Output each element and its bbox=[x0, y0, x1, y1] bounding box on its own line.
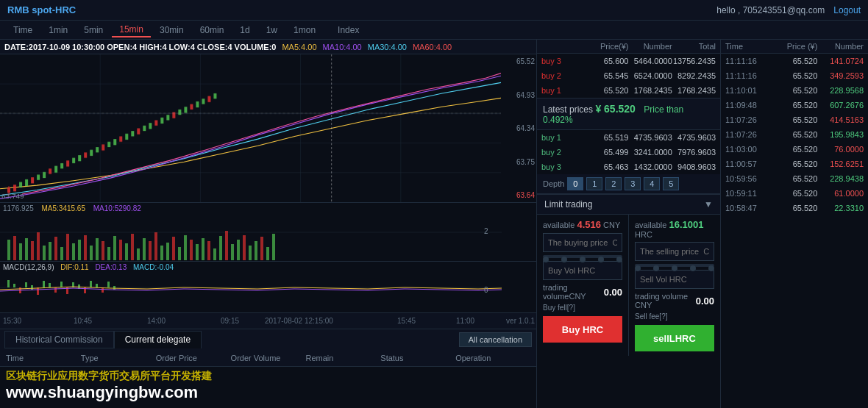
all-cancellation-button[interactable]: All cancellation bbox=[459, 332, 532, 347]
time-label-6: 15:45 bbox=[397, 317, 416, 325]
buy-slider-dot-4 bbox=[598, 257, 604, 262]
sell-fee-info: Sell fee[?] bbox=[635, 312, 714, 321]
chart-info-bar: DATE:2017-10-09 10:30:00 OPEN:4 HIGH:4 L… bbox=[0, 40, 536, 54]
tab-15min[interactable]: 15min bbox=[112, 23, 151, 37]
svg-rect-10 bbox=[13, 185, 16, 191]
sell-fee-row: trading volume CNY 0.00 bbox=[635, 292, 714, 309]
ob-col-total: Total bbox=[672, 42, 716, 51]
svg-rect-104 bbox=[43, 281, 45, 287]
buy-price-1: 65.519 bbox=[585, 133, 628, 142]
th-price: 65.520 bbox=[772, 115, 818, 124]
th-col-time: Time bbox=[725, 42, 772, 51]
depth-btn-1[interactable]: 1 bbox=[586, 177, 602, 190]
tab-30min[interactable]: 30min bbox=[152, 24, 191, 37]
trade-history-row: 11:11:16 65.520 141.0724 bbox=[721, 54, 868, 68]
buy-slider-dot-5 bbox=[616, 257, 622, 262]
sell-row-2: buy 2 65.545 6524.0000 8292.2435 bbox=[537, 68, 720, 83]
th-price: 65.520 bbox=[772, 160, 818, 168]
sell-button[interactable]: sellLHRC bbox=[635, 325, 714, 351]
top-bar-right: hello , 705243551@qq.com Logout bbox=[716, 5, 861, 15]
svg-rect-68 bbox=[113, 236, 116, 260]
tab-60min[interactable]: 60min bbox=[193, 24, 232, 37]
depth-btn-0[interactable]: 0 bbox=[567, 177, 583, 190]
buy-label-2: buy 2 bbox=[541, 148, 585, 157]
buy-number-2: 3241.0000 bbox=[629, 148, 672, 157]
chart-date-info: DATE:2017-10-09 10:30:00 OPEN:4 HIGH:4 L… bbox=[4, 43, 276, 51]
depth-btn-5[interactable]: 5 bbox=[663, 177, 679, 190]
trade-history-row: 11:09:48 65.520 607.2676 bbox=[721, 98, 868, 112]
logout-button[interactable]: Logout bbox=[833, 5, 861, 15]
chart-canvas: 63.749 65.52 64.93 64.34 63.75 63.64 bbox=[0, 54, 536, 202]
buy-slider-track[interactable] bbox=[543, 255, 622, 258]
svg-rect-113 bbox=[96, 284, 98, 287]
svg-rect-22 bbox=[84, 152, 87, 157]
vol-ma5: MA5:3415.65 bbox=[42, 204, 86, 212]
sell-price-input[interactable] bbox=[635, 242, 714, 261]
th-time: 11:10:01 bbox=[725, 86, 772, 95]
time-label-4: 09:15 bbox=[221, 317, 239, 325]
svg-rect-24 bbox=[96, 147, 99, 152]
ob-col-empty bbox=[541, 42, 585, 51]
svg-rect-98 bbox=[7, 280, 10, 287]
buy-slider-row bbox=[543, 255, 622, 258]
svg-rect-75 bbox=[154, 232, 157, 260]
depth-btn-3[interactable]: 3 bbox=[625, 177, 641, 190]
tab-1min[interactable]: 1min bbox=[41, 24, 75, 37]
svg-rect-81 bbox=[190, 240, 193, 260]
svg-rect-39 bbox=[184, 107, 187, 112]
sell-fee-label: trading volume CNY bbox=[635, 292, 696, 309]
volume-value: 1176.925 bbox=[3, 204, 34, 212]
th-number: 607.2676 bbox=[817, 101, 864, 110]
trade-history-row: 10:58:47 65.520 22.3310 bbox=[721, 201, 868, 215]
svg-rect-34 bbox=[154, 121, 157, 126]
sell-slider-dot-5 bbox=[708, 265, 714, 271]
tab-current-delegate[interactable]: Current delegate bbox=[114, 331, 202, 348]
depth-btn-2[interactable]: 2 bbox=[605, 177, 622, 190]
th-time: 10:58:47 bbox=[725, 204, 772, 212]
svg-rect-54 bbox=[31, 241, 34, 260]
depth-btn-4[interactable]: 4 bbox=[644, 177, 660, 190]
chart-ma30: MA30:4.00 bbox=[368, 43, 407, 51]
sell-slider-track[interactable] bbox=[635, 264, 714, 267]
delegate-table-header: Time Type Order Price Order Volume Remai… bbox=[0, 349, 536, 367]
col-status: Status bbox=[380, 354, 455, 362]
trade-history-row: 11:03:00 65.520 76.0000 bbox=[721, 142, 868, 157]
trade-history-row: 11:11:16 65.520 349.2593 bbox=[721, 68, 868, 83]
top-bar: RMB spot-HRC hello , 705243551@qq.com Lo… bbox=[0, 0, 868, 21]
svg-rect-116 bbox=[113, 286, 115, 290]
tab-index[interactable]: Index bbox=[330, 24, 366, 37]
time-label-5: 2017-08-02 12:15:00 bbox=[265, 317, 333, 325]
svg-rect-35 bbox=[160, 118, 163, 124]
col-order-volume: Order Volume bbox=[231, 354, 306, 362]
th-price: 65.520 bbox=[772, 145, 818, 154]
buy-price-input[interactable] bbox=[543, 233, 622, 252]
tab-5min[interactable]: 5min bbox=[77, 24, 110, 37]
svg-rect-56 bbox=[43, 246, 46, 260]
tab-time[interactable]: Time bbox=[6, 24, 40, 37]
svg-rect-38 bbox=[178, 110, 181, 115]
col-order-price: Order Price bbox=[156, 354, 231, 362]
trade-history-row: 11:10:01 65.520 228.9568 bbox=[721, 83, 868, 98]
buy-available-row: available 4.516 CNY bbox=[543, 219, 622, 230]
th-price: 65.520 bbox=[772, 189, 818, 198]
svg-rect-73 bbox=[143, 238, 146, 260]
tab-1w[interactable]: 1w bbox=[259, 24, 285, 37]
buy-available-amount: 4.516 bbox=[577, 219, 601, 230]
tab-historical-commission[interactable]: Historical Commission bbox=[4, 331, 114, 348]
limit-trading-label: Limit trading bbox=[544, 199, 592, 210]
svg-rect-29 bbox=[125, 134, 128, 140]
svg-rect-58 bbox=[54, 237, 57, 260]
price-label-5: 63.64 bbox=[502, 191, 535, 199]
time-label-3: 14:00 bbox=[147, 317, 166, 325]
svg-rect-101 bbox=[25, 282, 27, 287]
tab-1d[interactable]: 1d bbox=[232, 24, 257, 37]
buy-button[interactable]: Buy HRC bbox=[543, 316, 622, 343]
th-col-price: Price (¥) bbox=[772, 42, 818, 51]
bottom-tab-bar: Historical Commission Current delegate A… bbox=[0, 329, 536, 349]
tab-1mon[interactable]: 1mon bbox=[286, 24, 323, 37]
th-number: 141.0724 bbox=[817, 57, 864, 65]
page-title: RMB spot-HRC bbox=[7, 4, 76, 15]
sell-label-1: buy 1 bbox=[541, 86, 585, 95]
th-number: 195.9843 bbox=[817, 130, 864, 139]
right-panel: Price(¥) Number Total buy 3 65.600 5464.… bbox=[537, 40, 868, 408]
